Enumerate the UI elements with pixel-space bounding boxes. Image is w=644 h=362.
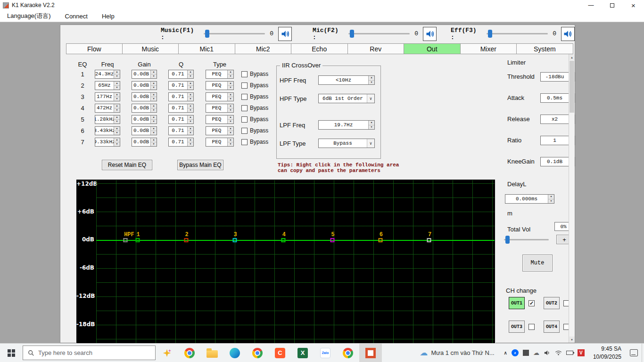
tab-mixer[interactable]: Mixer [461, 43, 517, 54]
spinner-down-icon[interactable]: ▼ [114, 86, 120, 90]
spinner-up-icon[interactable]: ▲ [188, 82, 193, 86]
spinner-down-icon[interactable]: ▼ [151, 142, 157, 146]
spinner-up-icon[interactable]: ▲ [228, 127, 233, 131]
hpf-freq-spinner[interactable]: <10Hz▲▼ [318, 75, 375, 85]
hpf-type-select[interactable]: 6dB 1st Order∨ [318, 94, 375, 103]
slider-thumb[interactable] [205, 30, 209, 38]
eq-marker-7[interactable]: 7 [427, 238, 431, 242]
spinner-up-icon[interactable]: ▲ [228, 115, 233, 120]
show-desktop-button[interactable] [642, 344, 644, 362]
zalo-tray-icon[interactable] [512, 349, 519, 356]
type-spinner[interactable]: PEQ▲▼ [206, 70, 234, 79]
onedrive-icon[interactable]: ☁ [533, 349, 539, 356]
q-spinner[interactable]: 0.71▲▼ [168, 104, 194, 113]
spinner-up-icon[interactable]: ▲ [114, 104, 120, 108]
eq-marker-2[interactable]: 2 [184, 238, 188, 242]
spinner-up-icon[interactable]: ▲ [151, 70, 157, 74]
menu-help[interactable]: Help [95, 10, 122, 22]
maximize-button[interactable] [602, 0, 623, 10]
spinner-down-icon[interactable]: ▼ [151, 74, 157, 78]
spinner-down-icon[interactable]: ▼ [151, 131, 157, 135]
eff-volume-slider[interactable] [487, 33, 548, 34]
out4-button[interactable]: OUT4 [544, 321, 560, 333]
spinner-up-icon[interactable]: ▲ [188, 104, 193, 108]
spinner-up-icon[interactable]: ▲ [114, 138, 120, 142]
out1-button[interactable]: OUT1 [509, 297, 525, 309]
scrollbar-thumb[interactable] [570, 61, 574, 113]
eq-graph[interactable]: +12dB +6dB 0dB -6dB -12dB -18dB HPF12345… [76, 179, 495, 344]
eq-plot-area[interactable]: HPF1234567 [96, 180, 495, 344]
freq-spinner[interactable]: 65Hz▲▼ [95, 81, 120, 90]
spinner-up-icon[interactable]: ▲ [114, 93, 120, 97]
out3-checkbox[interactable] [528, 324, 535, 330]
unikey-vietnamese-icon[interactable] [578, 349, 585, 356]
spinner-up-icon[interactable]: ▲ [188, 138, 193, 142]
minimize-button[interactable]: — [580, 0, 602, 10]
tab-rev[interactable]: Rev [348, 43, 405, 54]
spinner-up-icon[interactable]: ▲ [228, 82, 233, 86]
q-spinner[interactable]: 0.71▲▼ [168, 92, 194, 101]
spinner-down-icon[interactable]: ▼ [114, 120, 120, 123]
tab-out[interactable]: Out [404, 43, 461, 54]
gain-spinner[interactable]: 0.0dB▲▼ [132, 104, 157, 113]
spinner-down-icon[interactable]: ▼ [114, 142, 120, 146]
eq-marker-1[interactable]: 1 [135, 238, 140, 242]
tray-expand-icon[interactable]: ∧ [504, 350, 507, 355]
spinner-down-icon[interactable]: ▼ [188, 142, 193, 146]
freq-spinner[interactable]: 24.3Hz▲▼ [95, 70, 120, 79]
tab-mic1[interactable]: Mic1 [179, 43, 235, 54]
spinner-down-icon[interactable]: ▼ [228, 97, 233, 101]
type-spinner[interactable]: PEQ▲▼ [206, 115, 234, 124]
music-volume-slider[interactable] [204, 33, 265, 34]
gain-spinner[interactable]: 0.0dB▲▼ [132, 115, 157, 124]
file-explorer-button[interactable] [201, 344, 223, 362]
type-spinner[interactable]: PEQ▲▼ [206, 92, 234, 101]
spinner-down-icon[interactable]: ▼ [151, 86, 157, 90]
spinner-down-icon[interactable]: ▼ [188, 86, 193, 90]
chrome-button-3[interactable] [337, 344, 359, 362]
q-spinner[interactable]: 0.71▲▼ [168, 138, 194, 147]
spinner-down-icon[interactable]: ▼ [188, 108, 193, 112]
spinner-up-icon[interactable]: ▲ [188, 127, 193, 131]
freq-spinner[interactable]: 472Hz▲▼ [95, 104, 120, 113]
mute-button[interactable]: Mute [522, 255, 553, 272]
spinner-up-icon[interactable]: ▲ [151, 93, 157, 97]
tab-echo[interactable]: Echo [291, 43, 348, 54]
spinner-up-icon[interactable]: ▲ [369, 121, 374, 125]
excel-button[interactable] [291, 344, 314, 362]
k1-karaoke-taskbar-button[interactable] [359, 344, 382, 362]
q-spinner[interactable]: 0.71▲▼ [168, 81, 194, 90]
spinner-down-icon[interactable]: ▼ [188, 74, 193, 78]
spinner-up-icon[interactable]: ▲ [151, 115, 157, 120]
freq-spinner[interactable]: 9.33kHz▲▼ [95, 138, 120, 147]
bypass-checkbox[interactable] [241, 116, 248, 123]
battery-icon[interactable] [566, 351, 573, 355]
spinner-down-icon[interactable]: ▼ [228, 86, 233, 90]
tab-flow[interactable]: Flow [66, 43, 123, 54]
spinner-up-icon[interactable]: ▲ [151, 127, 157, 131]
bypass-checkbox[interactable] [241, 71, 248, 77]
total-vol-slider[interactable] [504, 239, 549, 240]
spinner-up-icon[interactable]: ▲ [228, 70, 233, 74]
spinner-up-icon[interactable]: ▲ [114, 70, 120, 74]
mic-volume-slider[interactable] [348, 33, 410, 34]
copilot-button[interactable] [156, 344, 178, 362]
spinner-down-icon[interactable]: ▼ [228, 108, 233, 112]
bypass-checkbox[interactable] [241, 128, 248, 134]
gain-spinner[interactable]: 0.0dB▲▼ [132, 70, 157, 79]
scroll-up-icon[interactable]: ▲ [569, 54, 575, 60]
spinner-down-icon[interactable]: ▼ [228, 142, 233, 146]
spinner-down-icon[interactable]: ▼ [114, 74, 120, 78]
menu-language[interactable]: Language(语言) [0, 10, 58, 22]
spinner-up-icon[interactable]: ▲ [369, 76, 374, 81]
gain-spinner[interactable]: 0.0dB▲▼ [132, 81, 157, 90]
spinner-down-icon[interactable]: ▼ [114, 131, 120, 135]
eq-marker-HPF[interactable]: HPF [123, 238, 127, 242]
taskbar-search[interactable]: Type here to search [23, 346, 156, 360]
chrome-button-2[interactable] [246, 344, 269, 362]
freq-spinner[interactable]: 1.28kHz▲▼ [95, 115, 120, 124]
bypass-main-eq-button[interactable]: Bypass Main EQ [177, 160, 223, 170]
freq-spinner[interactable]: 177Hz▲▼ [95, 92, 120, 101]
orange-app-button[interactable] [269, 344, 291, 362]
tab-music[interactable]: Music [123, 43, 179, 54]
